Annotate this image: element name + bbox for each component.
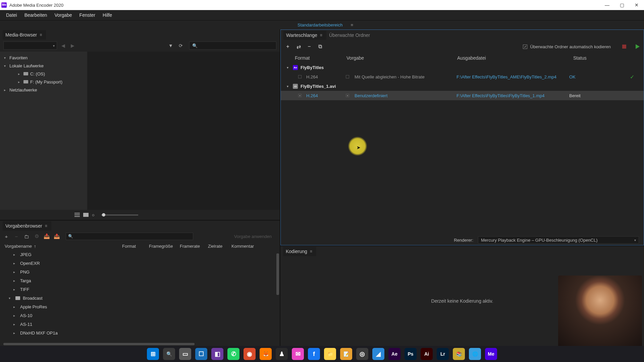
preset-dropdown-icon[interactable] [346, 75, 349, 78]
apply-preset-button[interactable]: Vorgabe anwenden [229, 233, 276, 240]
menu-window[interactable]: Fenster [76, 11, 99, 19]
col-format[interactable]: Format [122, 244, 149, 249]
preset-jpeg[interactable]: ▸JPEG [0, 250, 280, 259]
preset-prores[interactable]: ▸Apple ProRes [0, 302, 280, 311]
renderer-select[interactable]: Mercury Playback Engine – GPU-Beschleuni… [478, 236, 639, 244]
tree-local-drives[interactable]: ▾Lokale Laufwerke [0, 62, 87, 70]
queue-source-2[interactable]: ▾ ▭ FlyByTitles_1.avi [281, 81, 644, 91]
taskbar-app-12[interactable]: 📝 [340, 348, 352, 360]
menu-edit[interactable]: Bearbeiten [21, 11, 51, 19]
panel-menu-icon[interactable]: ≡ [40, 33, 42, 37]
panel-menu-icon[interactable]: ≡ [320, 33, 322, 38]
preset-dropdown-icon[interactable]: ▾ [346, 94, 349, 97]
preset-scrollbar-v[interactable] [276, 250, 279, 343]
preset-png[interactable]: ▸PNG [0, 267, 280, 276]
thumb-size-slider[interactable] [101, 215, 138, 216]
taskbar-app-2[interactable]: ▭ [179, 348, 191, 360]
remove-icon[interactable]: − [306, 44, 312, 50]
duplicate-icon[interactable]: ⧉ [317, 44, 323, 50]
menu-help[interactable]: Hilfe [99, 11, 115, 19]
media-content-area[interactable] [87, 52, 280, 210]
menu-file[interactable]: Datei [3, 11, 20, 19]
taskbar-app-16[interactable]: Ps [405, 348, 417, 360]
workspace-menu-icon[interactable]: ≡ [351, 22, 353, 27]
taskbar-app-7[interactable]: 🦊 [260, 348, 272, 360]
tab-media-browser[interactable]: Media-Browser ≡ [3, 30, 46, 40]
import-preset-icon[interactable]: 📥 [44, 233, 50, 239]
queue-rows[interactable]: ▾ Ae FlyByTitles H.264 Mit Quelle abglei… [281, 63, 644, 235]
add-preset-icon[interactable]: + [3, 234, 9, 239]
col-output[interactable]: Ausgabedatei [457, 55, 573, 61]
add-output-icon[interactable]: ⇄ [296, 44, 302, 50]
taskbar-app-1[interactable]: 🔍 [163, 348, 175, 360]
minimize-button[interactable]: — [604, 2, 610, 8]
list-view-icon[interactable] [74, 213, 80, 217]
col-comment[interactable]: Kommentar [231, 244, 258, 249]
preset-group-broadcast[interactable]: ▾Broadcast [0, 294, 280, 302]
col-format[interactable]: Format [287, 55, 346, 61]
grid-view-icon[interactable] [83, 213, 89, 217]
slider-thumb[interactable] [102, 213, 105, 217]
preset-scrollbar-h[interactable] [0, 343, 280, 346]
col-status[interactable]: Status [573, 55, 600, 61]
job-output[interactable]: F:\After Effects\FlyByTitles_AME\FlyByTi… [457, 74, 569, 79]
auto-encode-checkbox[interactable]: ✓ Überwachte Ordner automatisch kodieren [523, 44, 611, 49]
taskbar-app-10[interactable]: f [308, 348, 320, 360]
taskbar-app-21[interactable]: Me [485, 348, 497, 360]
taskbar-app-14[interactable]: ◢ [372, 348, 384, 360]
new-folder-icon[interactable]: 🗀 [23, 234, 30, 239]
taskbar-app-15[interactable]: Ae [388, 348, 400, 360]
queue-source-1[interactable]: ▾ Ae FlyByTitles [281, 63, 644, 72]
taskbar-app-17[interactable]: Ai [421, 348, 433, 360]
taskbar-app-4[interactable]: ◧ [211, 348, 223, 360]
panel-menu-icon[interactable]: ≡ [310, 249, 312, 254]
taskbar-app-13[interactable]: ◎ [356, 348, 368, 360]
add-source-icon[interactable]: + [285, 44, 291, 50]
remove-preset-icon[interactable]: − [13, 234, 19, 239]
scrollbar-thumb[interactable] [276, 253, 279, 295]
tab-encoding[interactable]: Kodierung ≡ [283, 247, 316, 256]
refresh-icon[interactable]: ⟳ [177, 43, 184, 48]
taskbar-app-3[interactable]: ☐ [195, 348, 207, 360]
preset-as11[interactable]: ▸AS-11 [0, 320, 280, 328]
taskbar-app-5[interactable]: ✆ [227, 348, 239, 360]
taskbar-app-11[interactable]: 📁 [324, 348, 336, 360]
col-bitrate[interactable]: Zielrate [208, 244, 231, 249]
format-dropdown-icon[interactable]: ▾ [298, 94, 302, 97]
workspace-name[interactable]: Standardarbeitsbereich [291, 22, 349, 27]
nav-forward-icon[interactable]: ▶ [69, 43, 76, 48]
col-preset-name[interactable]: Vorgabename [5, 244, 32, 249]
tree-drive-c[interactable]: ▸C: (OS) [0, 70, 87, 78]
preset-search-input[interactable]: 🔍 [66, 233, 193, 240]
col-framerate[interactable]: Framerate [180, 244, 208, 249]
col-preset[interactable]: Vorgabe [346, 55, 457, 61]
menu-preset[interactable]: Vorgabe [51, 11, 75, 19]
tab-preset-browser[interactable]: Vorgabenbrowser ≡ [3, 221, 51, 231]
panel-menu-icon[interactable]: ≡ [45, 224, 47, 228]
preset-as10[interactable]: ▸AS-10 [0, 311, 280, 320]
filter-icon[interactable]: ▼ [167, 43, 174, 48]
taskbar-app-6[interactable]: ◉ [244, 348, 256, 360]
taskbar-app-18[interactable]: Lr [437, 348, 449, 360]
preset-settings-icon[interactable]: ⚙ [34, 233, 40, 239]
preset-tiff[interactable]: ▸TIFF [0, 285, 280, 294]
tab-watch-folders[interactable]: Überwachte Ordner [326, 31, 374, 40]
tree-network[interactable]: ▸Netzlaufwerke [0, 86, 87, 94]
job-output[interactable]: F:\After Effects\FlyByTitles\FlyByTitles… [457, 93, 569, 98]
queue-job-1[interactable]: H.264 Mit Quelle abgleichen - Hohe Bitra… [281, 72, 644, 81]
preset-dnxhd[interactable]: ▸DNxHD MXF OP1a [0, 328, 280, 337]
export-preset-icon[interactable]: 📤 [54, 233, 60, 239]
stop-encode-button[interactable] [622, 45, 626, 49]
close-button[interactable]: ✕ [633, 2, 640, 8]
queue-job-2[interactable]: ▾H.264 ▾Benutzerdefiniert F:\After Effec… [281, 91, 644, 100]
col-framesize[interactable]: Framegröße [149, 244, 180, 249]
preset-openexr[interactable]: ▸OpenEXR [0, 259, 280, 267]
taskbar-app-19[interactable]: 📚 [453, 348, 465, 360]
preset-list[interactable]: ▸JPEG ▸OpenEXR ▸PNG ▸Targa ▸TIFF ▾Broadc… [0, 250, 280, 343]
taskbar-app-20[interactable]: 🌐 [469, 348, 481, 360]
tab-queue[interactable]: Warteschlange ≡ [283, 31, 326, 40]
taskbar-app-8[interactable]: ♟ [276, 348, 288, 360]
taskbar-app-0[interactable]: ⊞ [147, 348, 159, 360]
start-encode-button[interactable] [636, 44, 640, 49]
nav-back-icon[interactable]: ◀ [60, 43, 66, 48]
